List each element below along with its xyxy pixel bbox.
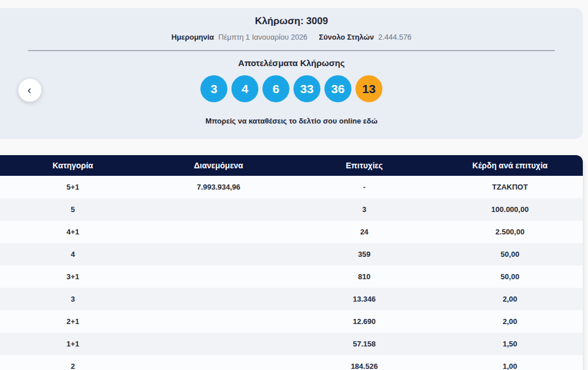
table-cell: 2.500,00 [437,221,583,243]
draw-title: Κλήρωση: 3009 [0,8,583,27]
table-cell [146,243,292,265]
table-cell: 359 [292,243,438,265]
table-cell: 2+1 [0,310,146,333]
table-cell: 4+1 [0,221,146,243]
table-cell [146,288,292,310]
draw-numbers: 346333613 [0,75,583,102]
table-cell [146,355,292,370]
table-cell: 1,50 [437,333,583,355]
draw-number-ball: 33 [293,75,320,102]
table-row: 1+157.1581,50 [0,333,583,355]
table-cell: 7.993.934,96 [146,176,292,198]
table-row: 2184.5261,00 [0,355,583,370]
table-cell: 13.346 [292,288,438,310]
table-header-row: ΚατηγορίαΔιανεμόμεναΕπιτυχίεςΚέρδη ανά ε… [0,155,583,176]
table-cell: 50,00 [437,243,583,265]
draw-results-card: Κλήρωση: 3009 Ημερομηνία Πέμπτη 1 Ιανουα… [0,8,583,139]
table-cell: ΤΖΑΚΠΟΤ [437,176,583,198]
table-cell: 100.000,00 [437,198,583,221]
table-cell: 12.690 [292,310,438,333]
bonus-number-ball: 13 [355,75,382,102]
table-cell: 24 [292,221,438,243]
table-cell: 2,00 [437,310,583,333]
table-cell [146,333,292,355]
total-columns-label: Σύνολο Στηλών [319,33,374,41]
submit-slip-online-link[interactable]: Μπορείς να καταθέσεις το δελτίο σου onli… [206,117,378,125]
table-cell: 184.526 [292,355,438,370]
table-row: 3+181050,00 [0,265,583,288]
draw-date-value: Πέμπτη 1 Ιανουαρίου 2026 [218,33,307,41]
previous-draw-button[interactable]: ‹ [18,79,41,102]
table-cell: 1,00 [437,355,583,370]
table-cell: 5 [0,198,146,221]
chevron-left-icon: ‹ [28,84,32,95]
results-heading: Αποτελέσματα Κλήρωσης [0,58,583,68]
draw-number-ball: 4 [231,75,258,102]
table-cell: 810 [292,265,438,288]
table-cell [146,310,292,333]
draw-date: Ημερομηνία Πέμπτη 1 Ιανουαρίου 2026 [171,33,307,41]
draw-number-ball: 3 [200,75,227,102]
column-header: Κέρδη ανά επιτυχία [437,155,583,176]
table-row: 53100.000,00 [0,198,583,221]
table-cell: 50,00 [437,265,583,288]
draw-number-ball: 36 [324,75,351,102]
table-row: 313.3462,00 [0,288,583,310]
table-cell: 2,00 [437,288,583,310]
table-row: 4+1242.500,00 [0,221,583,243]
table-cell: 3+1 [0,265,146,288]
draw-date-label: Ημερομηνία [171,33,214,41]
table-cell [146,198,292,221]
table-row: 2+112.6902,00 [0,310,583,333]
total-columns: Σύνολο Στηλών 2.444.576 [319,33,411,41]
table-cell [146,221,292,243]
winnings-table: ΚατηγορίαΔιανεμόμεναΕπιτυχίεςΚέρδη ανά ε… [0,155,583,370]
table-cell: 5+1 [0,176,146,198]
table-row: 435950,00 [0,243,583,265]
draw-number-ball: 6 [262,75,289,102]
table-cell: - [292,176,438,198]
table-cell: 4 [0,243,146,265]
column-header: Κατηγορία [0,155,146,176]
table-cell [146,265,292,288]
table-cell: 3 [292,198,438,221]
table-cell: 57.158 [292,333,438,355]
table-row: 5+17.993.934,96-ΤΖΑΚΠΟΤ [0,176,583,198]
total-columns-value: 2.444.576 [378,33,412,41]
table-cell: 2 [0,355,146,370]
draw-meta: Ημερομηνία Πέμπτη 1 Ιανουαρίου 2026 Σύνο… [0,33,583,41]
column-header: Διανεμόμενα [146,155,292,176]
table-cell: 3 [0,288,146,310]
column-header: Επιτυχίες [292,155,438,176]
card-divider [28,50,555,51]
table-cell: 1+1 [0,333,146,355]
table-body: 5+17.993.934,96-ΤΖΑΚΠΟΤ53100.000,004+124… [0,176,583,370]
